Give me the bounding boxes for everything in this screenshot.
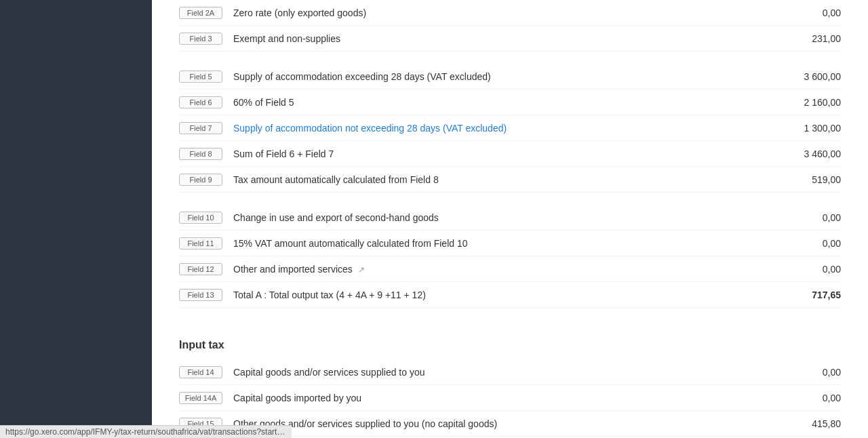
spacer-before-input-tax: [179, 308, 841, 320]
field-row-field-2a: Field 2AZero rate (only exported goods)0…: [179, 0, 841, 26]
field-row-field-11: Field 1115% VAT amount automatically cal…: [179, 231, 841, 256]
field-row-field-10: Field 10Change in use and export of seco…: [179, 205, 841, 231]
field-row-field-6: Field 660% of Field 52 160,00: [179, 89, 841, 115]
field-row-field-13: Field 13Total A : Total output tax (4 + …: [179, 282, 841, 308]
field-label-field-13: Total A : Total output tax (4 + 4A + 9 +…: [233, 290, 787, 300]
field-value-field-8: 3 460,00: [787, 148, 841, 159]
field-badge-field-12: Field 12: [179, 263, 222, 275]
status-bar: https://go.xero.com/app/IFMY-y/tax-retur…: [0, 425, 292, 438]
field-row-field-9: Field 9Tax amount automatically calculat…: [179, 167, 841, 193]
sidebar: [0, 0, 152, 438]
field-value-field-5: 3 600,00: [787, 71, 841, 82]
field-badge-field-6: Field 6: [179, 96, 222, 108]
field-value-field-13: 717,65: [787, 290, 841, 300]
field-label-field-7[interactable]: Supply of accommodation not exceeding 28…: [233, 123, 787, 134]
field-label-field-2a: Zero rate (only exported goods): [233, 7, 787, 18]
field-row-field-8: Field 8Sum of Field 6 + Field 73 460,00: [179, 141, 841, 167]
field-badge-field-8: Field 8: [179, 148, 222, 160]
field-label-field-12: Other and imported services↗: [233, 264, 787, 275]
page-container: Field 2AZero rate (only exported goods)0…: [0, 0, 868, 438]
field-badge-field-9: Field 9: [179, 174, 222, 186]
field-label-field-15: Other goods and/or services supplied to …: [233, 418, 787, 429]
field-row-field-12: Field 12Other and imported services↗0,00: [179, 256, 841, 282]
field-row-field-3: Field 3Exempt and non-supplies231,00: [179, 26, 841, 52]
field-value-field-12: 0,00: [787, 264, 841, 275]
field-row-field-14: Field 14Capital goods and/or services su…: [179, 359, 841, 385]
field-label-field-5: Supply of accommodation exceeding 28 day…: [233, 71, 787, 82]
field-label-field-8: Sum of Field 6 + Field 7: [233, 148, 787, 159]
field-badge-field-7: Field 7: [179, 122, 222, 134]
field-badge-field-5: Field 5: [179, 71, 222, 83]
field-row-field-5: Field 5Supply of accommodation exceeding…: [179, 64, 841, 89]
field-label-field-11: 15% VAT amount automatically calculated …: [233, 238, 787, 249]
field-badge-field-11: Field 11: [179, 237, 222, 250]
field-row-field-14a: Field 14ACapital goods imported by you0,…: [179, 385, 841, 411]
cursor-icon: ↗: [358, 265, 365, 275]
field-value-field-10: 0,00: [787, 212, 841, 223]
field-label-field-14: Capital goods and/or services supplied t…: [233, 367, 787, 378]
field-label-field-14a: Capital goods imported by you: [233, 393, 787, 403]
spacer: [179, 52, 841, 64]
field-badge-field-14a: Field 14A: [179, 392, 222, 404]
field-value-field-9: 519,00: [787, 174, 841, 185]
field-label-field-9: Tax amount automatically calculated from…: [233, 174, 787, 185]
field-badge-field-14: Field 14: [179, 366, 222, 378]
field-row-field-7: Field 7Supply of accommodation not excee…: [179, 115, 841, 141]
field-value-field-14a: 0,00: [787, 393, 841, 403]
field-value-field-11: 0,00: [787, 238, 841, 249]
field-badge-field-3: Field 3: [179, 33, 222, 45]
field-value-field-15: 415,80: [787, 418, 841, 429]
field-value-field-7: 1 300,00: [787, 123, 841, 134]
field-badge-field-13: Field 13: [179, 289, 222, 301]
input-tax-section-header: Input tax: [179, 320, 841, 359]
field-badge-field-2a: Field 2A: [179, 7, 222, 19]
field-value-field-2a: 0,00: [787, 7, 841, 18]
field-value-field-14: 0,00: [787, 367, 841, 378]
field-label-field-3: Exempt and non-supplies: [233, 33, 787, 44]
field-badge-field-10: Field 10: [179, 212, 222, 224]
spacer: [179, 193, 841, 205]
main-content: Field 2AZero rate (only exported goods)0…: [152, 0, 868, 438]
field-label-field-10: Change in use and export of second-hand …: [233, 212, 787, 223]
field-value-field-3: 231,00: [787, 33, 841, 44]
field-label-field-6: 60% of Field 5: [233, 97, 787, 108]
field-value-field-6: 2 160,00: [787, 97, 841, 108]
